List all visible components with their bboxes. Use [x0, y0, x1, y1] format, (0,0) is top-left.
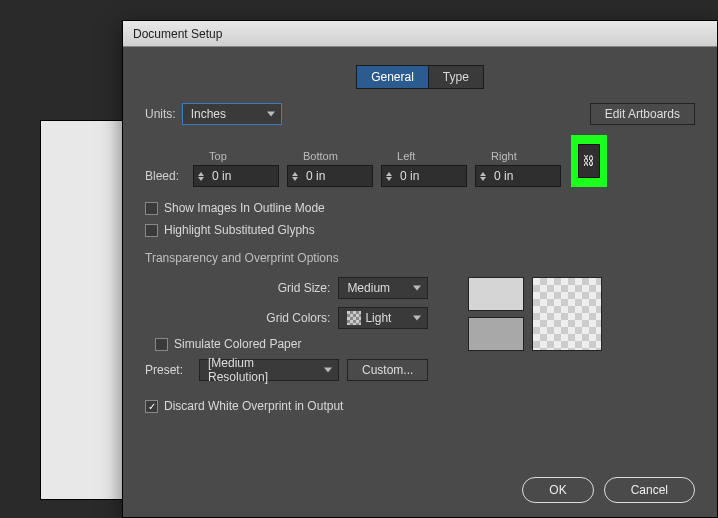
- units-select[interactable]: Inches: [182, 103, 282, 125]
- link-highlight: ⛓: [571, 135, 607, 187]
- tab-type[interactable]: Type: [429, 65, 484, 89]
- bleed-left-input[interactable]: 0 in: [381, 165, 467, 187]
- grid-colors-label: Grid Colors:: [266, 311, 330, 325]
- ok-button[interactable]: OK: [522, 477, 593, 503]
- dialog-titlebar: Document Setup: [123, 21, 717, 47]
- bleed-label: Bleed:: [145, 169, 179, 183]
- bleed-top-label: Top: [209, 150, 227, 162]
- dialog-title: Document Setup: [133, 27, 222, 41]
- highlight-glyphs-checkbox[interactable]: [145, 224, 158, 237]
- document-setup-dialog: Document Setup General Type Units: Inche…: [122, 20, 718, 518]
- stepper-arrows-icon[interactable]: [476, 166, 490, 186]
- checker-swatch-icon: [347, 311, 361, 325]
- chevron-down-icon: [413, 316, 421, 321]
- show-images-outline-checkbox[interactable]: [145, 202, 158, 215]
- custom-button[interactable]: Custom...: [347, 359, 428, 381]
- bleed-top-input[interactable]: 0 in: [193, 165, 279, 187]
- units-label: Units:: [145, 107, 176, 121]
- preset-label: Preset:: [145, 363, 183, 377]
- grid-size-label: Grid Size:: [278, 281, 331, 295]
- tab-general[interactable]: General: [356, 65, 429, 89]
- stepper-arrows-icon[interactable]: [382, 166, 396, 186]
- chevron-down-icon: [267, 112, 275, 117]
- bleed-bottom-label: Bottom: [303, 150, 338, 162]
- simulate-paper-label: Simulate Colored Paper: [174, 337, 301, 351]
- chevron-down-icon: [413, 286, 421, 291]
- grid-size-select[interactable]: Medium: [338, 277, 428, 299]
- tab-bar: General Type: [145, 65, 695, 89]
- grid-colors-select[interactable]: Light: [338, 307, 428, 329]
- bleed-right-label: Right: [491, 150, 517, 162]
- bleed-bottom-input[interactable]: 0 in: [287, 165, 373, 187]
- highlight-glyphs-label: Highlight Substituted Glyphs: [164, 223, 315, 237]
- stepper-arrows-icon[interactable]: [288, 166, 302, 186]
- link-icon: ⛓: [583, 154, 595, 168]
- chevron-down-icon: [324, 368, 332, 373]
- show-images-outline-label: Show Images In Outline Mode: [164, 201, 325, 215]
- preset-select[interactable]: [Medium Resolution]: [199, 359, 339, 381]
- transparency-section-title: Transparency and Overprint Options: [145, 251, 695, 265]
- cancel-button[interactable]: Cancel: [604, 477, 695, 503]
- bleed-left-label: Left: [397, 150, 415, 162]
- stepper-arrows-icon[interactable]: [194, 166, 208, 186]
- link-values-button[interactable]: ⛓: [578, 144, 600, 178]
- swatch-gray[interactable]: [468, 317, 524, 351]
- swatch-light[interactable]: [468, 277, 524, 311]
- discard-white-checkbox[interactable]: ✓: [145, 400, 158, 413]
- simulate-paper-checkbox[interactable]: [155, 338, 168, 351]
- discard-white-label: Discard White Overprint in Output: [164, 399, 343, 413]
- transparency-preview: [532, 277, 602, 351]
- bleed-right-input[interactable]: 0 in: [475, 165, 561, 187]
- edit-artboards-button[interactable]: Edit Artboards: [590, 103, 695, 125]
